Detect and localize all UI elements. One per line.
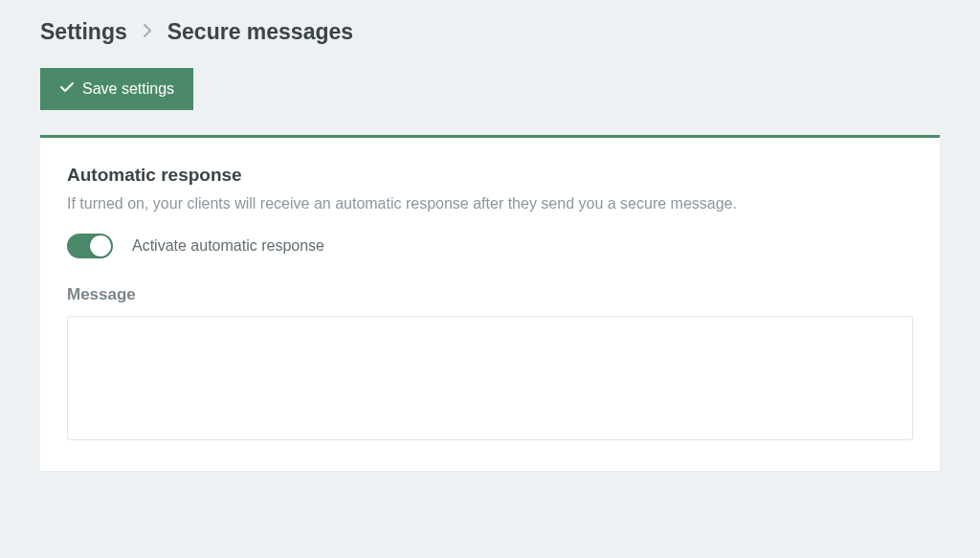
breadcrumb: Settings Secure messages — [40, 19, 940, 45]
toggle-knob — [90, 235, 111, 257]
message-field-label: Message — [67, 285, 913, 304]
save-settings-button[interactable]: Save settings — [40, 68, 193, 110]
activate-automatic-response-toggle[interactable] — [67, 234, 113, 258]
message-textarea[interactable] — [67, 316, 913, 440]
automatic-response-card: Automatic response If turned on, your cl… — [40, 135, 940, 471]
card-title: Automatic response — [67, 165, 913, 186]
toggle-row: Activate automatic response — [67, 234, 913, 258]
breadcrumb-root[interactable]: Settings — [40, 19, 127, 45]
chevron-right-icon — [143, 22, 152, 42]
card-description: If turned on, your clients will receive … — [67, 195, 913, 212]
breadcrumb-current: Secure messages — [167, 19, 353, 45]
toggle-label: Activate automatic response — [132, 237, 324, 255]
check-icon — [59, 79, 75, 99]
save-button-label: Save settings — [82, 80, 174, 98]
